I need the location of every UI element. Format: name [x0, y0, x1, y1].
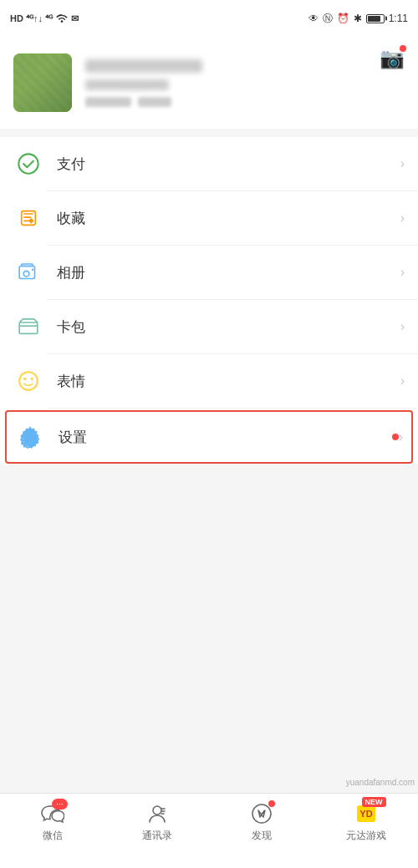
nav-item-profile[interactable]: YD NEW 元达游戏 [314, 802, 418, 843]
menu-label-emoji: 表情 [57, 372, 400, 391]
chevron-right-icon-4: › [400, 319, 405, 334]
svg-rect-4 [22, 264, 33, 266]
profile-sub-info [85, 97, 405, 107]
menu-item-favorites[interactable]: 收藏 › [0, 191, 418, 245]
profile-name-blurred [85, 59, 202, 73]
settings-icon [15, 422, 45, 452]
svg-point-10 [31, 378, 33, 380]
svg-point-0 [18, 154, 38, 173]
settings-dot [392, 434, 399, 440]
profile-section[interactable]: 📷 [0, 37, 418, 129]
chevron-right-icon: › [400, 156, 405, 171]
chat-icon: ··· [41, 802, 64, 825]
bluetooth-icon: ✱ [354, 13, 362, 24]
message-icon: ✉ [71, 13, 79, 24]
discover-dot [268, 800, 275, 807]
nav-label-wechat: 微信 [43, 829, 63, 843]
signal-4g-1: ⁴ᴳ↑↓ [26, 13, 43, 24]
profile-id-blurred [85, 79, 169, 90]
menu-item-pay[interactable]: 支付 › [0, 137, 418, 190]
menu-label-favorites: 收藏 [57, 209, 400, 228]
menu-item-wallet[interactable]: 卡包 › [0, 300, 418, 353]
photos-icon [13, 257, 43, 287]
svg-point-5 [23, 271, 29, 277]
svg-point-6 [32, 268, 34, 271]
nav-label-contacts: 通讯录 [142, 829, 172, 843]
nav-item-wechat[interactable]: ··· 微信 [0, 802, 104, 843]
pay-icon [13, 149, 43, 179]
svg-point-9 [23, 378, 26, 380]
camera-dot [400, 45, 406, 52]
watermark: yuandafanmd.com [343, 776, 418, 789]
svg-rect-7 [19, 322, 38, 333]
svg-point-8 [19, 372, 38, 390]
nfc-icon: Ⓝ [323, 12, 333, 26]
menu-item-photos[interactable]: 相册 › [0, 246, 418, 299]
status-left: HD ⁴ᴳ↑↓ ⁴ᴳ ✉ [10, 13, 79, 24]
menu-label-wallet: 卡包 [57, 317, 400, 337]
divider-1 [0, 129, 418, 137]
wallet-icon [13, 312, 43, 342]
contacts-icon [145, 802, 169, 825]
divider-emoji [47, 408, 418, 409]
svg-text:YD: YD [359, 809, 372, 819]
divider-2 [0, 465, 418, 474]
menu-label-settings: 设置 [59, 428, 387, 447]
menu-section: 支付 › 收藏 › 相册 › [0, 137, 418, 464]
svg-point-15 [153, 806, 161, 815]
wechat-badge: ··· [52, 799, 67, 810]
discover-icon [250, 802, 273, 825]
svg-marker-2 [28, 218, 34, 224]
menu-label-pay: 支付 [57, 155, 400, 174]
menu-item-settings[interactable]: 设置 › [5, 410, 413, 464]
nav-label-profile: 元达游戏 [346, 829, 386, 843]
profile-info [85, 59, 405, 107]
nav-item-discover[interactable]: 发现 [209, 802, 314, 843]
chevron-right-icon-2: › [400, 211, 405, 226]
bottom-nav: ··· 微信 通讯录 发现 [0, 793, 418, 868]
nav-label-discover: 发现 [252, 829, 272, 843]
status-bar: HD ⁴ᴳ↑↓ ⁴ᴳ ✉ 👁 Ⓝ ⏰ ✱ 1:11 [0, 0, 418, 37]
carrier-text: HD [10, 13, 23, 23]
status-right: 👁 Ⓝ ⏰ ✱ 1:11 [308, 12, 408, 26]
chevron-right-icon-5: › [400, 373, 405, 388]
eye-icon: 👁 [308, 13, 319, 24]
time-display: 1:11 [389, 13, 408, 24]
avatar[interactable] [13, 53, 72, 112]
camera-button[interactable]: 📷 [380, 47, 405, 70]
chevron-right-icon-3: › [400, 265, 405, 280]
emoji-icon [13, 366, 43, 396]
alarm-icon: ⏰ [337, 13, 349, 24]
profile-icon: YD NEW [354, 802, 378, 825]
favorites-icon [13, 203, 43, 233]
signal-4g-2: ⁴ᴳ [45, 13, 53, 24]
chevron-right-icon-6: › [399, 429, 403, 444]
profile-sub-bar-2 [138, 97, 171, 107]
battery-indicator [366, 14, 385, 23]
menu-label-photos: 相册 [57, 263, 400, 282]
profile-sub-bar-1 [85, 97, 131, 107]
new-badge: NEW [362, 797, 386, 807]
menu-item-emoji[interactable]: 表情 › [0, 354, 418, 408]
nav-item-contacts[interactable]: 通讯录 [104, 802, 209, 843]
wifi-icon [55, 13, 69, 24]
